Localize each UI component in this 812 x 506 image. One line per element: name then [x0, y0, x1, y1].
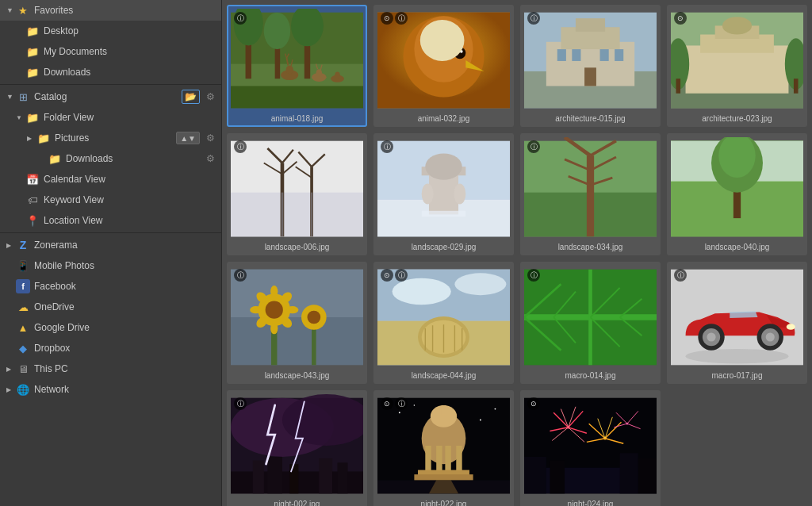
catalog-label: Catalog — [34, 91, 178, 102]
svg-point-100 — [307, 311, 320, 324]
folder-view-icon: 📁 — [25, 110, 40, 125]
svg-point-145 — [495, 408, 496, 410]
catalog-icon: ⊞ — [16, 90, 30, 104]
thumbnail-image: ⊙ⓘ — [377, 266, 510, 369]
thumbnail-item-landscape-040[interactable]: landscape-040.jpg — [667, 133, 807, 255]
thumbnail-filename: landscape-040.jpg — [671, 243, 803, 251]
gear-icon[interactable]: ⚙ — [206, 91, 215, 102]
mobile-icon: 📱 — [16, 259, 30, 273]
sidebar-item-downloads[interactable]: 📁 Downloads ⚙ — [0, 148, 221, 169]
onedrive-icon: ☁ — [16, 300, 30, 314]
thumbnail-item-macro-014[interactable]: ⓘmacro-014.jpg — [520, 262, 661, 384]
divider — [0, 84, 221, 85]
svg-point-103 — [393, 278, 451, 305]
thumbnail-image: ⓘ — [524, 9, 657, 112]
thumbnail-item-night-002[interactable]: ⓘnight-002.jpg — [227, 390, 367, 506]
thumbnail-badges: ⓘ — [234, 269, 247, 282]
sidebar-item-label: Google Drive — [34, 322, 215, 333]
zonerama-icon: Z — [16, 238, 30, 252]
thumbnail-image: ⓘ — [231, 266, 363, 369]
thumbnail-item-night-024[interactable]: ⊙night-024.jpg — [520, 390, 661, 506]
sidebar-item-network[interactable]: 🌐 Network — [0, 379, 221, 400]
thumbnail-badges: ⓘ — [674, 269, 687, 282]
info-badge: ⓘ — [234, 269, 247, 282]
svg-rect-49 — [231, 193, 363, 237]
sidebar-item-google-drive[interactable]: ▲ Google Drive — [0, 317, 221, 338]
googledrive-icon: ▲ — [16, 320, 30, 335]
sort-asc-btn[interactable]: ▲▼ — [176, 132, 200, 144]
svg-point-16 — [316, 69, 322, 76]
sidebar-item-facebook[interactable]: f Facebook — [0, 276, 221, 297]
svg-point-89 — [266, 301, 283, 319]
sidebar-item-label: Downloads — [66, 153, 203, 164]
thumbnail-item-night-022[interactable]: ⊙ⓘnight-022.jpg — [373, 390, 514, 506]
sidebar-item-zonerama[interactable]: Z Zonerama — [0, 235, 221, 255]
sidebar-item-keyword-view[interactable]: 🏷 Keyword View — [0, 190, 221, 210]
info-badge: ⓘ — [234, 397, 247, 410]
thumbnail-item-landscape-006[interactable]: ⓘlandscape-006.jpg — [227, 133, 367, 255]
keyword-icon: 🏷 — [25, 193, 40, 207]
svg-point-6 — [264, 13, 290, 49]
info-badge: ⓘ — [527, 12, 540, 25]
svg-point-43 — [722, 17, 752, 34]
svg-rect-32 — [576, 18, 605, 32]
thumbnail-item-landscape-034[interactable]: ⓘlandscape-034.jpg — [520, 133, 661, 255]
thumbnail-badges: ⓘ — [381, 140, 393, 153]
svg-point-93 — [287, 306, 299, 313]
folder-icon: 📁 — [36, 131, 51, 145]
sidebar-item-location-view[interactable]: 📍 Location View — [0, 210, 221, 231]
sidebar-item-calendar-view[interactable]: 📅 Calendar View — [0, 169, 221, 190]
sidebar-item-downloads-fav[interactable]: 📁 Downloads — [0, 62, 221, 82]
thumbnail-grid: ⓘanimal-018.jpg ⊙ⓘanimal-032.jpg — [222, 0, 812, 506]
sidebar-item-label: Calendar View — [44, 174, 215, 185]
thumbnail-item-animal-018[interactable]: ⓘanimal-018.jpg — [227, 5, 367, 127]
svg-point-90 — [270, 286, 278, 297]
thumbnail-item-animal-032[interactable]: ⊙ⓘanimal-032.jpg — [373, 5, 514, 127]
sidebar-catalog-header[interactable]: ⊞ Catalog 📂 ⚙ — [0, 86, 221, 107]
thumbnail-image — [671, 137, 803, 240]
thumbnail-item-landscape-029[interactable]: ⓘlandscape-029.jpg — [373, 133, 514, 255]
gear-icon[interactable]: ⚙ — [206, 153, 215, 164]
thumbnail-image: ⓘ — [377, 137, 510, 240]
thumbnail-item-landscape-044[interactable]: ⊙ⓘlandscape-044.jpg — [373, 262, 514, 384]
svg-rect-142 — [338, 462, 348, 493]
thumbnail-item-landscape-043[interactable]: ⓘlandscape-043.jpg — [227, 262, 367, 384]
svg-point-104 — [454, 273, 506, 295]
sidebar-item-pictures[interactable]: 📁 Pictures ▲▼ ⚙ — [0, 128, 221, 148]
svg-rect-68 — [422, 211, 466, 217]
sidebar-item-this-pc[interactable]: 🖥 This PC — [0, 358, 221, 379]
thumbnail-item-architecture-023[interactable]: ⊙architecture-023.jpg — [667, 5, 807, 127]
thumbnail-image: ⊙ⓘ — [377, 394, 510, 497]
sidebar-favorites-header[interactable]: ★ Favorites — [0, 0, 221, 21]
sidebar-item-desktop[interactable]: 📁 Desktop — [0, 21, 221, 41]
sidebar-item-label: Folder View — [44, 112, 215, 123]
sidebar-item-my-documents[interactable]: 📁 My Documents — [0, 41, 221, 62]
thumbnail-image: ⓘ — [231, 9, 363, 112]
thumbnail-badges: ⊙ — [674, 12, 687, 25]
svg-point-20 — [335, 71, 339, 78]
svg-rect-151 — [425, 446, 431, 471]
camera-badge: ⊙ — [381, 269, 393, 282]
thumbnail-filename: macro-014.jpg — [524, 371, 657, 380]
gear-icon[interactable]: ⚙ — [206, 132, 215, 144]
sidebar-item-folder-view[interactable]: 📁 Folder View — [0, 107, 221, 128]
svg-rect-150 — [442, 405, 446, 414]
sidebar-item-mobile-photos[interactable]: 📱 Mobile Photos — [0, 255, 221, 276]
sidebar-item-onedrive[interactable]: ☁ OneDrive — [0, 297, 221, 317]
sidebar-item-label: This PC — [34, 363, 215, 374]
add-folder-icon[interactable]: 📂 — [182, 90, 200, 104]
thumbnail-badges: ⓘ — [234, 397, 247, 410]
camera-badge: ⊙ — [381, 12, 393, 25]
sidebar-item-dropbox[interactable]: ◆ Dropbox — [0, 338, 221, 358]
info-badge: ⓘ — [527, 140, 540, 153]
thumbnail-filename: animal-018.jpg — [231, 114, 363, 123]
thumbnail-item-architecture-015[interactable]: ⓘarchitecture-015.jpg — [520, 5, 661, 127]
svg-rect-163 — [638, 458, 657, 494]
thumbnail-item-macro-017[interactable]: ⓘmacro-017.jpg — [667, 262, 807, 384]
thumbnail-filename: night-022.jpg — [377, 500, 510, 506]
svg-rect-35 — [600, 49, 609, 61]
svg-point-129 — [707, 332, 715, 341]
pictures-controls: ▲▼ ⚙ — [176, 132, 215, 144]
sidebar-item-label: Network — [34, 384, 215, 395]
svg-point-91 — [270, 322, 278, 334]
